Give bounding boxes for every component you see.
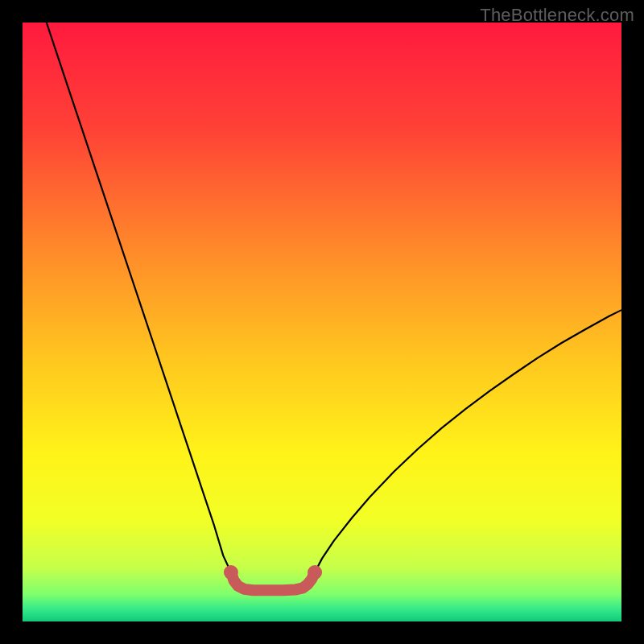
chart-frame: TheBottleneck.com: [0, 0, 644, 644]
plot-area: [23, 23, 621, 621]
trough-marker-end-dot: [224, 565, 238, 580]
trough-marker-end-dot: [308, 565, 322, 580]
gradient-background: [23, 23, 621, 621]
chart-svg: [23, 23, 621, 621]
